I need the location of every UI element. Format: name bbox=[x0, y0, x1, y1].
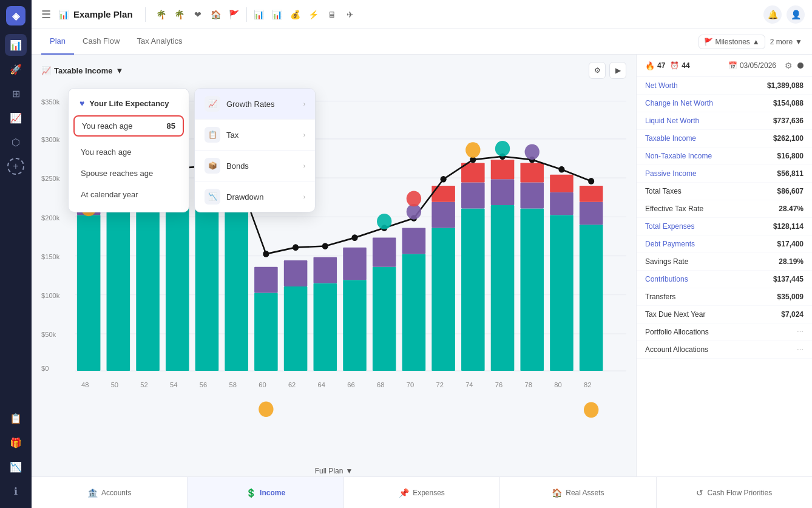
rp-dot bbox=[797, 63, 804, 69]
rp-value-net-worth: $1,389,088 bbox=[767, 81, 804, 90]
bottom-tab-real-assets[interactable]: 🏠 Real Assets bbox=[500, 477, 656, 508]
growth-menu-item-2[interactable]: 📦 Bonds › bbox=[195, 151, 315, 181]
rp-label-contributions[interactable]: Contributions bbox=[645, 275, 688, 283]
rp-expand-account[interactable]: ⋯ bbox=[797, 346, 804, 354]
svg-rect-28 bbox=[254, 293, 278, 371]
sidebar-item-stats[interactable]: 📉 bbox=[5, 456, 27, 478]
svg-rect-35 bbox=[343, 248, 367, 280]
growth-menu-item-0[interactable]: 📈 Growth Rates › bbox=[195, 89, 315, 120]
sidebar-item-grid[interactable]: ⊞ bbox=[5, 83, 27, 104]
sidebar-item-add[interactable]: + bbox=[7, 158, 24, 175]
rp-value-change-net-worth: $154,088 bbox=[773, 99, 804, 107]
rp-label-debt-payments[interactable]: Debt Payments bbox=[645, 240, 695, 248]
right-panel: 🔥 47 ⏰ 44 📅 03/05/2026 ⚙ Net Worth $1,38… bbox=[636, 55, 812, 476]
bonds-label: Bonds bbox=[226, 161, 249, 171]
growth-menu-item-3[interactable]: 📉 Drawdown › bbox=[195, 181, 315, 212]
nav-icon-bolt[interactable]: ⚡ bbox=[305, 6, 322, 23]
life-exp-header: ♥ Your Life Expectancy bbox=[73, 93, 184, 113]
nav-icon-palm2[interactable]: 🌴 bbox=[171, 6, 188, 23]
svg-rect-18 bbox=[107, 189, 130, 371]
rp-value-tax-due-next-year: $7,024 bbox=[781, 310, 804, 319]
nav-icon-heart[interactable]: ❤ bbox=[189, 6, 206, 23]
milestones-button[interactable]: 🚩 Milestones ▲ bbox=[699, 35, 765, 49]
tab-plan[interactable]: Plan bbox=[41, 29, 74, 55]
rp-label-passive-income[interactable]: Passive Income bbox=[645, 169, 697, 178]
menu-icon[interactable]: ☰ bbox=[39, 5, 53, 24]
plan-title: Example Plan bbox=[73, 9, 133, 19]
rp-label-non-taxable-income[interactable]: Non-Taxable Income bbox=[645, 152, 712, 160]
calendar-icon: 📅 bbox=[728, 61, 737, 70]
nav-icon-palm1[interactable]: 🌴 bbox=[153, 6, 170, 23]
accounts-label: Accounts bbox=[101, 489, 131, 497]
app-logo[interactable]: ◈ bbox=[6, 6, 25, 25]
notifications-icon[interactable]: 🔔 bbox=[763, 5, 782, 24]
full-plan-bar[interactable]: Full Plan ▼ bbox=[41, 464, 626, 476]
chevron-right-icon-1: › bbox=[303, 132, 305, 138]
growth-rates-label: Growth Rates bbox=[226, 100, 274, 109]
nav-icon-bar1[interactable]: 📊 bbox=[251, 6, 268, 23]
svg-text:80: 80 bbox=[554, 381, 561, 388]
svg-rect-56 bbox=[580, 202, 603, 225]
svg-rect-48 bbox=[491, 160, 515, 179]
bottom-tab-accounts[interactable]: 🏦 Accounts bbox=[32, 477, 188, 508]
nav-icon-bar2[interactable]: 📊 bbox=[269, 6, 286, 23]
sidebar-item-info[interactable]: ℹ bbox=[5, 480, 27, 502]
rp-row-contributions: Contributions $137,445 bbox=[637, 271, 812, 288]
age-input-box[interactable]: You reach age 85 bbox=[73, 115, 184, 137]
chart-area: 📈 Taxable Income ▼ ⚙ ▶ $350k $300k $250k… bbox=[32, 55, 636, 476]
svg-rect-34 bbox=[343, 280, 367, 371]
rp-expand-portfolio[interactable]: ⋯ bbox=[797, 328, 804, 336]
expand-icon[interactable]: ▶ bbox=[609, 62, 626, 79]
user-avatar[interactable]: 👤 bbox=[787, 5, 805, 24]
sidebar-item-hex[interactable]: ⬡ bbox=[5, 131, 27, 153]
svg-rect-55 bbox=[580, 225, 603, 371]
growth-rates-icon: 📈 bbox=[205, 96, 220, 112]
sidebar-item-gift[interactable]: 🎁 bbox=[5, 432, 27, 453]
svg-text:$50k: $50k bbox=[41, 331, 56, 338]
growth-item-left-0: 📈 Growth Rates bbox=[205, 96, 274, 112]
bottom-tab-expenses[interactable]: 📌 Expenses bbox=[344, 477, 500, 508]
milestone-icon: 🚩 bbox=[704, 38, 713, 46]
rp-label-taxable-income[interactable]: Taxable Income bbox=[645, 134, 696, 143]
svg-text:50: 50 bbox=[111, 381, 118, 388]
svg-text:72: 72 bbox=[436, 381, 443, 388]
dropdown-item-you-reach[interactable]: You reach age bbox=[73, 141, 184, 163]
rp-row-tax-due-next-year: Tax Due Next Year $7,024 bbox=[637, 306, 812, 323]
accounts-icon: 🏦 bbox=[87, 488, 98, 498]
chevron-up-icon: ▲ bbox=[753, 38, 760, 46]
sidebar-item-dashboard[interactable]: 📊 bbox=[5, 34, 27, 56]
cash-flow-label: Cash Flow Priorities bbox=[707, 489, 772, 497]
nav-icon-screen[interactable]: 🖥 bbox=[323, 6, 340, 23]
settings-icon[interactable]: ⚙ bbox=[589, 62, 606, 79]
bottom-tab-income[interactable]: 💲 Income bbox=[188, 477, 343, 508]
sidebar-item-chart[interactable]: 📈 bbox=[5, 107, 27, 129]
rp-label-change-net-worth[interactable]: Change in Net Worth bbox=[645, 99, 713, 107]
nav-icon-home[interactable]: 🏠 bbox=[208, 6, 225, 23]
topbar: ☰ 📊 Example Plan 🌴 🌴 ❤ 🏠 🚩 📊 📊 💰 ⚡ 🖥 ✈ 🔔… bbox=[32, 0, 812, 29]
nav-icon-dollar[interactable]: 💰 bbox=[287, 6, 304, 23]
dropdown-arrow: ▼ bbox=[116, 66, 124, 75]
bottom-bar: 🏦 Accounts 💲 Income 📌 Expenses 🏠 Real As… bbox=[32, 476, 812, 508]
bottom-tab-cash-flow[interactable]: ↺ Cash Flow Priorities bbox=[657, 477, 812, 508]
rp-label-total-taxes: Total Taxes bbox=[645, 187, 682, 195]
more-button[interactable]: 2 more ▼ bbox=[770, 38, 802, 46]
growth-menu-item-1[interactable]: 📋 Tax › bbox=[195, 120, 315, 151]
nav-icon-flag[interactable]: 🚩 bbox=[226, 6, 243, 23]
dropdown-item-calendar-year[interactable]: At calendar year bbox=[73, 184, 184, 205]
tab-cashflow[interactable]: Cash Flow bbox=[74, 29, 128, 55]
dropdown-item-spouse-reaches[interactable]: Spouse reaches age bbox=[73, 163, 184, 184]
tax-icon: 📋 bbox=[205, 127, 220, 143]
svg-point-75 bbox=[588, 178, 594, 185]
rp-label-net-worth[interactable]: Net Worth bbox=[645, 81, 678, 90]
rp-label-liquid-net-worth[interactable]: Liquid Net Worth bbox=[645, 117, 699, 125]
sidebar-item-launch[interactable]: 🚀 bbox=[5, 58, 27, 80]
age-input-value[interactable]: 85 bbox=[167, 121, 175, 130]
rp-settings-icon[interactable]: ⚙ bbox=[785, 61, 793, 70]
income-selector[interactable]: 📈 Taxable Income ▼ bbox=[41, 66, 123, 75]
tab-tax[interactable]: Tax Analytics bbox=[128, 29, 191, 55]
rp-label-total-expenses[interactable]: Total Expenses bbox=[645, 222, 694, 231]
svg-text:$150k: $150k bbox=[41, 253, 60, 260]
dropdown-overlay: ♥ Your Life Expectancy You reach age 85 … bbox=[68, 88, 316, 212]
nav-icon-plane[interactable]: ✈ bbox=[342, 6, 359, 23]
sidebar-item-report[interactable]: 📋 bbox=[5, 407, 27, 429]
